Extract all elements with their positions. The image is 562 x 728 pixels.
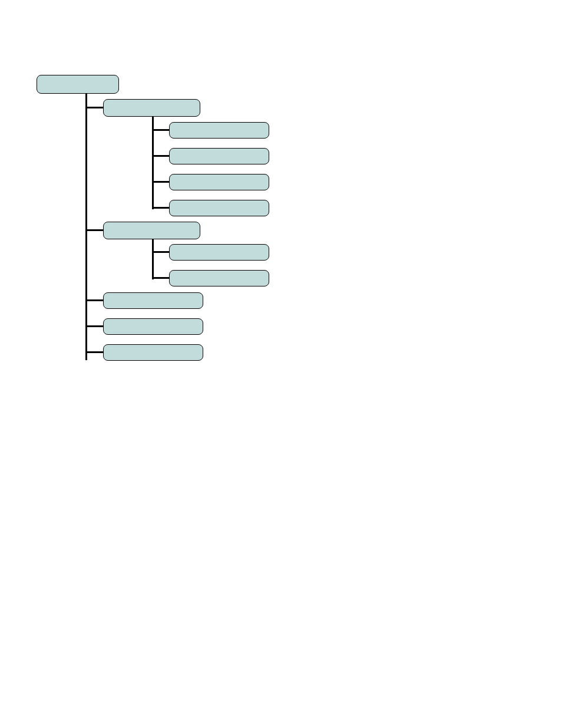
connector-trunk-main (85, 94, 87, 360)
connector-h-child2 (85, 229, 103, 231)
node-child2 (103, 222, 200, 239)
node-child4 (103, 318, 203, 335)
connector-h-child5 (85, 351, 103, 353)
connector-h-child3 (85, 299, 103, 301)
node-child1c (169, 174, 269, 190)
node-child2b (169, 270, 269, 286)
connector-h-child1c (152, 181, 169, 183)
connector-h-child2b (152, 277, 169, 279)
connector-h-child1b (152, 155, 169, 157)
node-child3 (103, 292, 203, 309)
node-child1d (169, 200, 269, 216)
connector-h-child1d (152, 207, 169, 209)
connector-h-child4 (85, 325, 103, 327)
connector-h-child1 (85, 107, 103, 108)
node-child2a (169, 244, 269, 261)
tree-diagram (0, 0, 562, 728)
connector-trunk-child2 (152, 239, 154, 279)
node-child1 (103, 99, 200, 117)
node-root (37, 75, 119, 94)
node-child5 (103, 344, 203, 361)
node-child1a (169, 122, 269, 139)
connector-h-child1a (152, 129, 169, 131)
node-child1b (169, 148, 269, 164)
connector-h-child2a (152, 251, 169, 253)
